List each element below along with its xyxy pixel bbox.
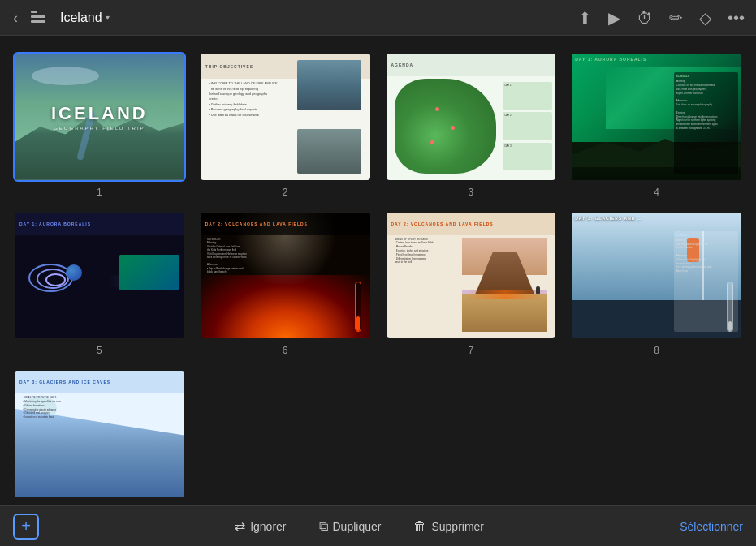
slide-canvas-2: TRIP OBJECTIVES • WELCOME TO THE LAND OF… (201, 54, 370, 180)
slide-item[interactable]: ICELAND GEOGRAPHY FIELD TRIP 1 (13, 52, 186, 198)
delete-button[interactable]: 🗑 Supprimer (407, 514, 490, 539)
add-slide-button[interactable]: + (13, 514, 39, 540)
delete-label: Supprimer (431, 520, 484, 533)
chevron-down-icon: ▾ (106, 13, 110, 22)
slide-canvas-5: DAY 1: AURORA BOREALIS (15, 213, 184, 339)
shape-button[interactable]: ◇ (698, 8, 713, 28)
slide-canvas-1: ICELAND GEOGRAPHY FIELD TRIP (15, 54, 184, 180)
back-button[interactable]: ‹ (10, 7, 21, 28)
slide-number: 3 (469, 187, 474, 198)
header-actions: ⬆ ▶ ⏱ ✏ ◇ ••• (577, 8, 746, 28)
duplicate-button[interactable]: ⧉ Dupliquer (313, 514, 388, 539)
slides-grid-area: ICELAND GEOGRAPHY FIELD TRIP 1 TRIP OBJE… (0, 36, 756, 505)
slide-item[interactable]: DAY 3: GLACIERS AND ICE CAVES AREAS OF S… (13, 369, 186, 505)
slide-canvas-8: DAY 3: GLACIERS AND … SCHEDULE Morning:V… (572, 213, 741, 339)
header: ‹ Iceland ▾ ⬆ ▶ ⏱ ✏ ◇ ••• (0, 0, 756, 36)
header-left: ‹ Iceland ▾ (10, 7, 110, 28)
slide-6-title: DAY 2: VOLCANOES AND LAVA FIELDS (201, 213, 370, 235)
slide-canvas-9: DAY 3: GLACIERS AND ICE CAVES AREAS OF S… (15, 371, 184, 497)
slide-1-subtitle: GEOGRAPHY FIELD TRIP (51, 126, 148, 131)
slide-thumbnail[interactable]: TRIP OBJECTIVES • WELCOME TO THE LAND OF… (199, 52, 372, 182)
slide-number: 2 (283, 187, 288, 198)
slide-number: 4 (654, 187, 659, 198)
slide-thumbnail[interactable]: AGENDA DAY 1 DAY 2 DAY 3 (385, 52, 558, 182)
bottom-toolbar: + ⇄ Ignorer ⧉ Dupliquer 🗑 Supprimer Séle… (0, 505, 756, 546)
slides-grid: ICELAND GEOGRAPHY FIELD TRIP 1 TRIP OBJE… (13, 52, 743, 505)
ignore-label: Ignorer (250, 520, 286, 533)
sidebar-toggle-icon[interactable] (31, 11, 50, 25)
bottom-right: Sélectionner (680, 520, 743, 533)
slide-number: 7 (469, 345, 474, 356)
slide-3-title: AGENDA (391, 62, 414, 67)
slide-canvas-4: DAY 1: AURORA BOREALIS SCHEDULE Morning:… (572, 54, 741, 180)
rewind-button[interactable]: ⏱ (635, 8, 654, 28)
slide-1-title: ICELAND (51, 103, 148, 124)
ignore-icon: ⇄ (235, 518, 245, 534)
slide-thumbnail[interactable]: ICELAND GEOGRAPHY FIELD TRIP (13, 52, 186, 182)
slide-9-title: DAY 3: GLACIERS AND ICE CAVES (15, 371, 184, 393)
slide-number: 6 (283, 345, 288, 356)
slide-item[interactable]: TRIP OBJECTIVES • WELCOME TO THE LAND OF… (199, 52, 372, 198)
slide-7-title: DAY 2: VOLCANOES AND LAVA FIELDS (387, 213, 556, 235)
slide-item[interactable]: DAY 3: GLACIERS AND … SCHEDULE Morning:V… (570, 211, 743, 357)
slide-number: 8 (654, 345, 659, 356)
slide-thumbnail[interactable]: DAY 1: AURORA BOREALIS SCHEDULE Morning:… (570, 52, 743, 182)
title-text: Iceland (60, 11, 102, 25)
slide-canvas-3: AGENDA DAY 1 DAY 2 DAY 3 (387, 54, 556, 180)
slide-item[interactable]: DAY 1: AURORA BOREALIS 5 (13, 211, 186, 357)
slide-thumbnail[interactable]: DAY 1: AURORA BOREALIS (13, 211, 186, 341)
play-button[interactable]: ▶ (607, 8, 622, 28)
slide-canvas-7: DAY 2: VOLCANOES AND LAVA FIELDS AREAS O… (387, 213, 556, 339)
bottom-left: + (13, 514, 39, 540)
annotate-button[interactable]: ✏ (667, 8, 685, 28)
slide-4-title: DAY 1: AURORA BOREALIS (575, 57, 738, 62)
duplicate-label: Dupliquer (333, 520, 382, 533)
slide-item[interactable]: DAY 1: AURORA BOREALIS SCHEDULE Morning:… (570, 52, 743, 198)
share-button[interactable]: ⬆ (577, 8, 594, 28)
slide-thumbnail[interactable]: DAY 2: VOLCANOES AND LAVA FIELDS SCHEDUL… (199, 211, 372, 341)
slide-thumbnail[interactable]: DAY 3: GLACIERS AND ICE CAVES AREAS OF S… (13, 369, 186, 499)
select-button[interactable]: Sélectionner (680, 520, 743, 533)
slide-number: 5 (97, 345, 102, 356)
slide-item[interactable]: DAY 2: VOLCANOES AND LAVA FIELDS AREAS O… (385, 211, 558, 357)
slide-item[interactable]: AGENDA DAY 1 DAY 2 DAY 3 3 (385, 52, 558, 198)
ignore-button[interactable]: ⇄ Ignorer (228, 514, 292, 539)
slide-2-title: TRIP OBJECTIVES (205, 64, 253, 69)
duplicate-icon: ⧉ (319, 519, 328, 534)
trash-icon: 🗑 (413, 519, 426, 534)
bottom-center-actions: ⇄ Ignorer ⧉ Dupliquer 🗑 Supprimer (228, 514, 490, 539)
slide-canvas-6: DAY 2: VOLCANOES AND LAVA FIELDS SCHEDUL… (201, 213, 370, 339)
slide-thumbnail[interactable]: DAY 3: GLACIERS AND … SCHEDULE Morning:V… (570, 211, 743, 341)
slide-number: 1 (97, 187, 102, 198)
slide-5-title: DAY 1: AURORA BOREALIS (15, 213, 184, 235)
slide-8-title: DAY 3: GLACIERS AND … (575, 216, 642, 221)
more-button[interactable]: ••• (726, 8, 746, 28)
slide-thumbnail[interactable]: DAY 2: VOLCANOES AND LAVA FIELDS AREAS O… (385, 211, 558, 341)
slide-item[interactable]: DAY 2: VOLCANOES AND LAVA FIELDS SCHEDUL… (199, 211, 372, 357)
plus-icon: + (21, 517, 31, 535)
presentation-title[interactable]: Iceland ▾ (60, 11, 110, 25)
